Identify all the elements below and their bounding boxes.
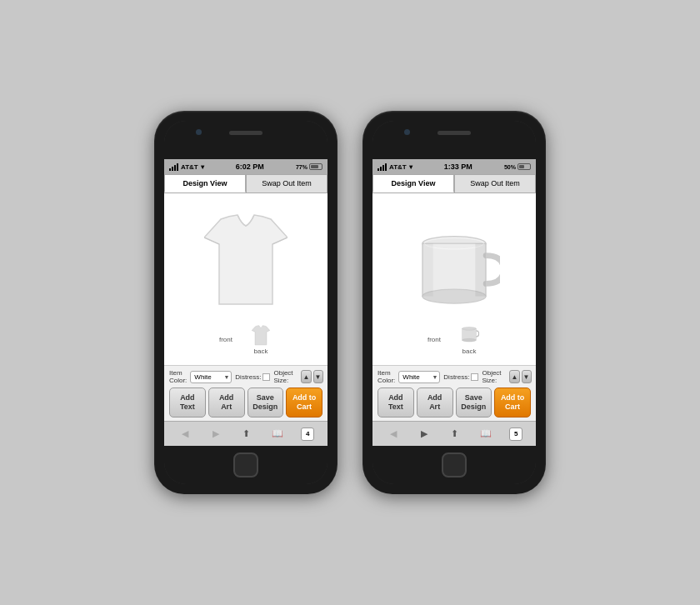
tshirt-svg-1: [204, 212, 288, 312]
controls-row-1: Item Color: White ▼ Distress: Object Siz…: [164, 365, 328, 421]
svg-point-7: [462, 327, 477, 330]
battery-fill-1: [311, 165, 318, 168]
carrier-1: AT&T: [181, 163, 198, 171]
speaker-1: [229, 131, 262, 135]
distress-group-2: Distress:: [443, 373, 478, 381]
tab-design-view-2[interactable]: Design View: [372, 174, 454, 192]
signal-bars-1: [169, 163, 178, 171]
screen-1: AT&T ▾ 6:02 PM 77% Design View Swap Out …: [164, 159, 328, 446]
add-text-btn-2[interactable]: AddText: [378, 388, 414, 418]
tab-swap-out-1[interactable]: Swap Out Item: [246, 174, 328, 192]
battery-pct-2: 50%: [504, 164, 516, 170]
tab-bar-2: Design View Swap Out Item: [372, 174, 536, 193]
add-to-cart-btn-1[interactable]: Add toCart: [286, 388, 322, 418]
controls-row-2: Item Color: White ▼ Distress: Object Siz…: [372, 365, 536, 421]
bookmarks-btn-1[interactable]: 📖: [270, 427, 285, 442]
action-buttons-1: AddText AddArt SaveDesign Add toCart: [169, 388, 322, 418]
add-to-cart-btn-2[interactable]: Add toCart: [494, 388, 531, 418]
svg-rect-5: [475, 243, 486, 296]
back-thumb-2[interactable]: [458, 324, 481, 348]
action-buttons-2: AddText AddArt SaveDesign Add toCart: [378, 388, 531, 418]
time-1: 6:02 PM: [236, 162, 264, 171]
back-label-2: back: [462, 348, 477, 355]
forward-btn-1[interactable]: ▶: [208, 427, 223, 442]
tab-swap-out-2[interactable]: Swap Out Item: [454, 174, 536, 192]
carrier-2: AT&T: [389, 163, 407, 171]
distress-checkbox-1[interactable]: [262, 373, 270, 381]
tab-bar-1: Design View Swap Out Item: [164, 174, 328, 193]
share-btn-1[interactable]: ⬆: [239, 427, 254, 442]
select-arrow-1: ▼: [223, 374, 229, 380]
color-select-2[interactable]: White ▼: [398, 371, 440, 383]
select-arrow-2: ▼: [432, 374, 438, 380]
color-select-1[interactable]: White ▼: [190, 371, 232, 383]
view-labels-2: front back: [428, 324, 481, 355]
back-btn-1[interactable]: ◀: [178, 427, 192, 442]
save-design-btn-1[interactable]: SaveDesign: [248, 388, 284, 418]
battery-fill-2: [519, 165, 524, 168]
time-2: 1:33 PM: [444, 162, 472, 171]
home-button-1[interactable]: [233, 452, 258, 478]
status-bar-1: AT&T ▾ 6:02 PM 77%: [164, 159, 328, 174]
front-label-2: front: [428, 336, 441, 343]
size-up-btn-2[interactable]: ▲: [509, 370, 519, 383]
distress-group-1: Distress:: [235, 373, 270, 381]
screen-2: AT&T ▾ 1:33 PM 50% Design View Swap Out …: [372, 159, 536, 446]
add-text-btn-1[interactable]: AddText: [169, 388, 206, 418]
front-label-1: front: [219, 336, 232, 343]
color-value-1: White: [194, 373, 211, 381]
size-up-btn-1[interactable]: ▲: [301, 370, 311, 383]
top-bezel-1: [164, 121, 328, 159]
distress-checkbox-2[interactable]: [471, 373, 478, 381]
item-color-label-1: Item Color:: [169, 369, 187, 384]
tab-design-view-1[interactable]: Design View: [164, 174, 246, 192]
phone-1: AT&T ▾ 6:02 PM 77% Design View Swap Out …: [154, 111, 338, 494]
browser-bar-1: ◀ ▶ ⬆ 📖 4: [164, 421, 328, 446]
bottom-bezel-2: [372, 446, 536, 484]
share-btn-2[interactable]: ⬆: [448, 427, 462, 442]
signal-bars-2: [378, 163, 387, 171]
product-image-1: [196, 204, 296, 321]
color-value-2: White: [402, 373, 419, 381]
size-down-btn-1[interactable]: ▼: [313, 370, 323, 383]
mug-svg-2: [408, 208, 500, 317]
battery-pct-1: 77%: [296, 164, 308, 170]
camera-2: [404, 129, 410, 135]
add-art-btn-1[interactable]: AddArt: [208, 388, 245, 418]
size-group-1: Object Size: ▲ ▼: [273, 369, 322, 384]
phones-container: AT&T ▾ 6:02 PM 77% Design View Swap Out …: [154, 111, 546, 494]
camera-1: [196, 129, 202, 135]
back-btn-2[interactable]: ◀: [386, 427, 401, 442]
product-area-2: front back: [372, 193, 536, 365]
bookmarks-btn-2[interactable]: 📖: [478, 427, 493, 442]
svg-rect-6: [462, 328, 477, 340]
battery-1: [309, 163, 322, 170]
wifi-icon-1: ▾: [201, 163, 204, 171]
svg-rect-4: [422, 243, 433, 296]
phone-2: AT&T ▾ 1:33 PM 50% Design View Swap Out …: [362, 111, 546, 494]
save-design-btn-2[interactable]: SaveDesign: [456, 388, 492, 418]
view-labels-1: front back: [219, 324, 272, 355]
add-art-btn-2[interactable]: AddArt: [417, 388, 453, 418]
status-bar-2: AT&T ▾ 1:33 PM 50%: [372, 159, 536, 174]
tabs-count-2[interactable]: 5: [509, 428, 522, 441]
object-size-label-1: Object Size:: [273, 369, 299, 384]
size-down-btn-2[interactable]: ▼: [522, 370, 532, 383]
home-button-2[interactable]: [442, 452, 467, 478]
object-size-label-2: Object Size:: [482, 369, 508, 384]
top-bezel-2: [372, 121, 536, 159]
item-color-label-2: Item Color:: [378, 369, 395, 384]
product-area-1: front back: [164, 193, 328, 365]
distress-label-2: Distress:: [443, 373, 469, 381]
distress-label-1: Distress:: [235, 373, 261, 381]
svg-point-8: [462, 338, 477, 342]
bottom-bezel-1: [164, 446, 328, 484]
product-image-2: [404, 204, 504, 321]
back-thumb-1[interactable]: [249, 324, 272, 348]
battery-2: [518, 163, 531, 170]
speaker-2: [438, 131, 471, 135]
size-group-2: Object Size: ▲ ▼: [482, 369, 531, 384]
forward-btn-2[interactable]: ▶: [417, 427, 432, 442]
tabs-count-1[interactable]: 4: [301, 428, 314, 441]
browser-bar-2: ◀ ▶ ⬆ 📖 5: [372, 421, 536, 446]
